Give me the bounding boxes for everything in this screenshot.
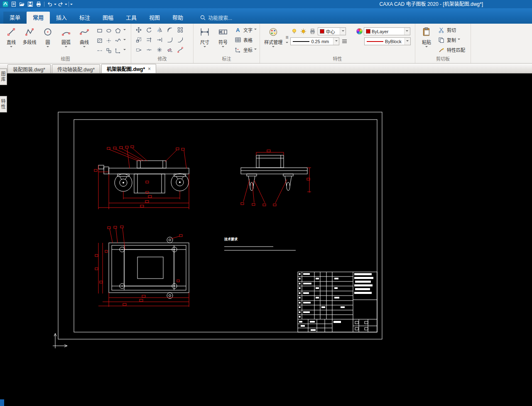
side-tab-library[interactable]: 图库 [0, 68, 7, 85]
circle-tool[interactable]: 圆 [39, 25, 57, 49]
line-tool[interactable]: 直线 [2, 25, 20, 49]
arc-dropdown-caret[interactable] [65, 46, 67, 49]
fillet-icon[interactable] [167, 37, 173, 43]
redo-icon[interactable] [57, 1, 64, 7]
copy-tool[interactable]: 复制 [436, 35, 466, 45]
point-icon[interactable] [104, 36, 113, 46]
cut-tool[interactable]: 剪切 [436, 25, 466, 35]
app-logo-icon[interactable] [2, 1, 9, 7]
tab-sheet[interactable]: 图幅 [96, 12, 120, 24]
rotate-icon[interactable] [146, 27, 152, 33]
paste-tool[interactable]: 粘贴 [417, 25, 436, 49]
table-tool[interactable]: 表格 [233, 35, 257, 45]
properties-middle-column: 中心 0.25 mm [290, 25, 354, 45]
array-icon[interactable] [177, 27, 183, 33]
chamfer-icon[interactable] [177, 37, 183, 43]
linewidth-value: 0.25 mm [311, 39, 333, 44]
coordinate-dropdown-caret[interactable] [254, 49, 257, 51]
spline-dropdown-caret[interactable] [83, 46, 86, 49]
text-dropdown-caret[interactable] [254, 29, 257, 31]
save-icon[interactable] [27, 1, 34, 7]
function-search[interactable]: 功能搜索... [200, 12, 232, 24]
open-file-icon[interactable] [18, 1, 26, 7]
tab-insert[interactable]: 插入 [50, 12, 73, 24]
linewidth-select[interactable]: 0.25 mm [290, 37, 339, 45]
mirror-icon[interactable] [157, 27, 162, 33]
axis-icon[interactable] [113, 46, 123, 56]
doc-tab-2[interactable]: 传动轴装配.dwg* [52, 64, 100, 73]
ellipse-icon[interactable] [104, 26, 113, 36]
tab-help[interactable]: 帮助 [166, 12, 189, 24]
coordinate-tool[interactable]: 坐标 [233, 45, 257, 55]
dimension-dropdown-caret[interactable] [203, 46, 206, 49]
color-select-caret[interactable] [404, 28, 410, 35]
color-wheel-icon[interactable] [356, 28, 363, 34]
drawing-canvas[interactable]: 技术要求 [0, 73, 532, 406]
extend-icon[interactable] [157, 37, 162, 43]
layer-brightness-icon[interactable] [299, 27, 307, 35]
tab-menu[interactable]: 菜单 [3, 12, 27, 24]
break-icon[interactable] [146, 47, 152, 53]
spline-tool[interactable]: 曲线 [75, 25, 93, 49]
print-icon[interactable] [35, 1, 42, 7]
draw-more-caret-2[interactable] [123, 39, 126, 42]
annotate-column: A 文字 表格 坐标 [233, 25, 257, 55]
arc-tool[interactable]: 圆弧 [57, 25, 75, 49]
polyline-tool[interactable]: 多段线 [20, 25, 39, 45]
hatch-icon[interactable] [95, 36, 104, 46]
match-properties-icon [437, 46, 445, 54]
redo-dropdown-caret[interactable] [65, 4, 67, 6]
linewidth-list-icon[interactable] [341, 37, 348, 45]
tab-tools[interactable]: 工具 [120, 12, 143, 24]
explode-icon[interactable] [157, 47, 162, 53]
symbol-tool[interactable]: .1 符号 [214, 25, 232, 49]
stretch-icon[interactable] [136, 47, 142, 53]
linetype-select[interactable]: ByBlock [364, 37, 411, 45]
dimension-tool[interactable]: 尺寸 [196, 25, 214, 49]
doc-tab-3-active[interactable]: 机架装配图.dwg* × [101, 64, 156, 73]
customize-toolbar-caret[interactable] [70, 4, 73, 6]
copy-dropdown-caret[interactable] [458, 39, 460, 41]
new-file-icon[interactable] [10, 1, 17, 7]
tab-annotate[interactable]: 标注 [73, 12, 96, 24]
line-dropdown-caret[interactable] [10, 46, 12, 49]
tab-home[interactable]: 常用 [27, 12, 50, 24]
scale-icon[interactable] [136, 37, 142, 43]
undo-dropdown-caret[interactable] [54, 4, 56, 6]
edit-curve-icon[interactable] [177, 47, 183, 53]
block-icon[interactable] [104, 46, 113, 56]
circle-dropdown-caret[interactable] [47, 46, 49, 49]
match-properties-tool[interactable]: 特性匹配 [436, 45, 466, 55]
erase-icon[interactable] [167, 47, 173, 53]
symbol-dropdown-caret[interactable] [222, 46, 224, 49]
formula-curve-icon[interactable] [113, 36, 123, 46]
rectangle-icon[interactable] [95, 26, 104, 36]
polyline-label: 多段线 [23, 39, 37, 45]
layer-bulb-icon[interactable] [290, 27, 298, 35]
draw-more-caret-3[interactable] [123, 49, 126, 51]
style-manager-caret[interactable] [272, 46, 275, 49]
layer-select[interactable]: 中心 [318, 27, 346, 35]
linewidth-select-caret[interactable] [333, 38, 339, 45]
offset-icon[interactable] [167, 27, 173, 33]
side-tab-properties[interactable]: 特性 [0, 96, 7, 113]
move-icon[interactable] [136, 27, 142, 33]
cad-drawing[interactable]: 技术要求 [0, 73, 532, 406]
tab-view[interactable]: 视图 [143, 12, 166, 24]
doc-tab-1[interactable]: 装配图装.dwg* [7, 64, 51, 73]
layer-select-caret[interactable] [340, 28, 346, 35]
polygon-icon[interactable] [113, 26, 123, 36]
doc-tab-close-icon[interactable]: × [148, 66, 151, 72]
paste-dropdown-caret[interactable] [425, 46, 428, 49]
undo-icon[interactable] [46, 1, 54, 7]
centerline-icon[interactable] [95, 46, 104, 56]
text-tool[interactable]: A 文字 [233, 25, 257, 35]
draw-more-caret-1[interactable] [123, 29, 126, 32]
properties-more-button[interactable]: ≡ [285, 25, 288, 54]
style-manager-tool[interactable]: 样式管理 [262, 25, 284, 49]
trim-icon[interactable] [146, 37, 152, 43]
linetype-select-caret[interactable] [405, 38, 410, 45]
ribbon: 直线 多段线 圆 圆弧 [0, 24, 532, 64]
color-select[interactable]: ByLayer [364, 27, 410, 35]
layer-printer-icon[interactable] [309, 27, 316, 35]
